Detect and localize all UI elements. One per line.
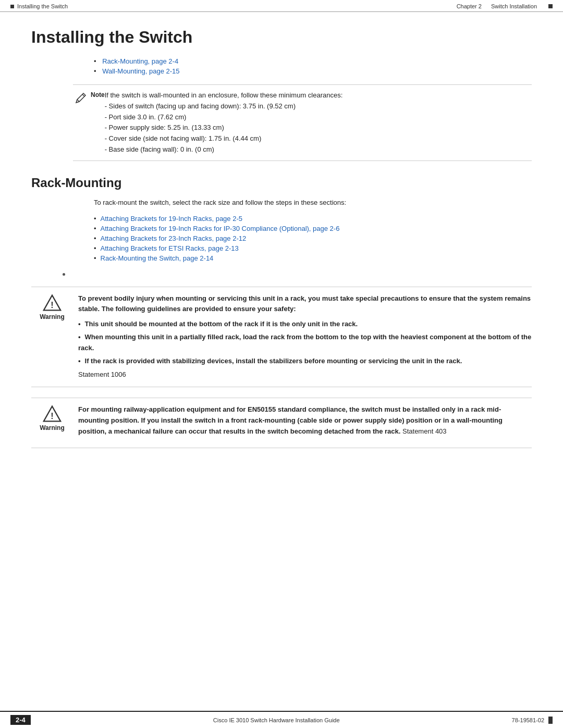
svg-text:!: !	[51, 300, 53, 309]
note-line-1: - Sides of switch (facing up and facing …	[105, 102, 296, 110]
note-line-4: - Cover side (side not facing wall): 1.7…	[105, 134, 262, 142]
note-content: If the switch is wall-mounted in an encl…	[105, 90, 532, 155]
rack-link-4[interactable]: Rack-Mounting the Switch, page 2-14	[94, 254, 532, 262]
page-footer: 2-4 Cisco IE 3010 Switch Hardware Instal…	[0, 711, 563, 728]
warning-label-col-2: ! Warning	[31, 404, 73, 431]
warning-label-col-1: ! Warning	[31, 293, 73, 320]
warning-label-text-2: Warning	[40, 424, 65, 431]
rack-mounting-intro: To rack-mount the switch, select the rac…	[94, 198, 532, 208]
toc-item-2[interactable]: Wall-Mounting, page 2-15	[94, 67, 532, 75]
rack-link-1[interactable]: Attaching Brackets for 19-Inch Racks for…	[94, 225, 532, 232]
warning1-bullet-0: This unit should be mounted at the botto…	[78, 319, 532, 330]
note-box: Note If the switch is wall-mounted in an…	[73, 84, 532, 161]
footer-doc-title: Cisco IE 3010 Switch Hardware Installati…	[41, 717, 512, 723]
breadcrumb: Installing the Switch	[10, 3, 68, 9]
warning-triangle-icon-2: !	[43, 404, 62, 423]
note-line-0: If the switch is wall-mounted in an encl…	[105, 91, 343, 99]
warning-content-2: For mounting railway-application equipme…	[73, 404, 532, 441]
footer-separator-bar	[548, 717, 553, 724]
warning1-bullet-1: When mounting this unit in a partially f…	[78, 332, 532, 354]
note-text-label: Note	[91, 91, 105, 98]
warning2-statement: Statement 403	[402, 427, 447, 435]
warning1-main-text: To prevent bodily injury when mounting o…	[78, 294, 531, 313]
breadcrumb-bullet	[10, 5, 14, 8]
warning-triangle-icon-1: !	[43, 293, 62, 312]
rack-mounting-links: Attaching Brackets for 19-Inch Racks, pa…	[94, 215, 532, 262]
footer-page-num: 2-4	[10, 715, 31, 725]
warning1-statement: Statement 1006	[78, 371, 126, 378]
svg-text:!: !	[51, 411, 53, 421]
rack-mounting-heading: Rack-Mounting	[31, 176, 532, 190]
toc-list: Rack-Mounting, page 2-4 Wall-Mounting, p…	[94, 57, 532, 75]
note-icon	[73, 91, 88, 107]
chapter-info: Chapter 2 Switch Installation	[457, 3, 553, 9]
warning1-bullets: This unit should be mounted at the botto…	[78, 319, 532, 366]
note-label-col: Note	[73, 90, 105, 107]
section-dot	[63, 273, 65, 276]
rack-link-0[interactable]: Attaching Brackets for 19-Inch Racks, pa…	[94, 215, 532, 223]
toc-item-1[interactable]: Rack-Mounting, page 2-4	[94, 57, 532, 65]
warning-label-text-1: Warning	[40, 313, 65, 320]
warning-box-2: ! Warning For mounting railway-applicati…	[31, 398, 532, 448]
warning-content-1: To prevent bodily injury when mounting o…	[73, 293, 532, 381]
rack-link-3[interactable]: Attaching Brackets for ETSI Racks, page …	[94, 244, 532, 252]
note-line-3: - Power supply side: 5.25 in. (13.33 cm)	[105, 124, 224, 131]
note-line-5: - Base side (facing wall): 0 in. (0 cm)	[105, 145, 214, 153]
warning1-bullet-2: If the rack is provided with stabilizing…	[78, 356, 532, 367]
footer-doc-num: 78-19581-02	[512, 717, 544, 723]
note-line-2: - Port side 3.0 in. (7.62 cm)	[105, 113, 187, 121]
rack-link-2[interactable]: Attaching Brackets for 23-Inch Racks, pa…	[94, 235, 532, 242]
warning-box-1: ! Warning To prevent bodily injury when …	[31, 287, 532, 388]
page-title: Installing the Switch	[31, 28, 532, 47]
